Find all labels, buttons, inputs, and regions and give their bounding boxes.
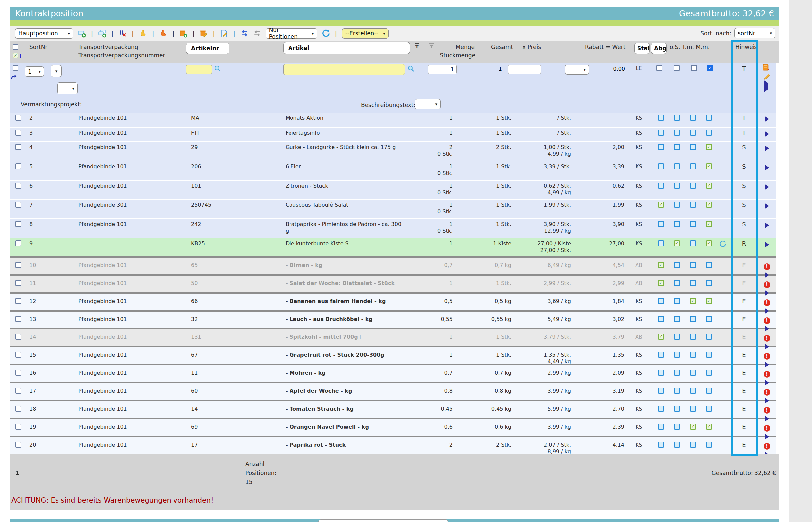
row-select-checkbox[interactable] (15, 262, 21, 268)
expand-arrow-icon[interactable] (765, 242, 769, 248)
flag-checkbox[interactable] (690, 262, 696, 268)
row-select-checkbox[interactable] (15, 424, 21, 429)
flag-checkbox[interactable] (658, 144, 664, 150)
transport-select[interactable]: ▾ (50, 65, 62, 77)
flag-checkbox[interactable] (690, 221, 696, 227)
flag-checkbox[interactable] (658, 130, 664, 136)
flag-checkbox[interactable] (690, 240, 696, 246)
flag-checkbox[interactable] (690, 144, 696, 150)
artikel-search-icon[interactable] (408, 65, 416, 74)
flag-checkbox[interactable]: ✓ (706, 183, 712, 188)
flag-checkbox[interactable]: ✓ (706, 240, 712, 246)
flag-checkbox[interactable] (658, 316, 664, 322)
flag-checkbox[interactable] (674, 202, 680, 208)
flag-checkbox[interactable] (658, 163, 664, 169)
flag-checkbox[interactable] (690, 183, 696, 188)
flag-checkbox[interactable] (706, 370, 712, 376)
expand-arrow-icon[interactable] (765, 222, 769, 228)
swap-gray-icon[interactable] (253, 29, 261, 38)
row-select-checkbox[interactable] (15, 442, 21, 447)
artikelnr-input[interactable] (186, 64, 212, 75)
rabatt-select[interactable]: ▾ (565, 64, 589, 75)
flag-checkbox[interactable] (706, 262, 712, 268)
artikelnr-search-icon[interactable] (214, 65, 222, 74)
flag-checkbox[interactable] (690, 115, 696, 121)
expand-arrow-icon[interactable] (765, 131, 769, 137)
flag-checkbox[interactable] (690, 334, 696, 340)
row-select-checkbox[interactable] (15, 240, 21, 246)
flag-checkbox[interactable]: ✓ (706, 221, 712, 227)
flag-checkbox[interactable] (674, 334, 680, 340)
flag-checkbox[interactable] (658, 352, 664, 358)
add-position-icon[interactable] (78, 29, 86, 38)
flag-checkbox[interactable] (674, 424, 680, 429)
flag-checkbox[interactable]: ✓ (658, 280, 664, 286)
position-type-select[interactable]: Hauptposition▾ (15, 28, 74, 39)
row-select-checkbox[interactable] (15, 130, 21, 136)
flag-checkbox[interactable] (658, 115, 664, 121)
position-filter-select[interactable]: Nur Positionen▾ (266, 28, 317, 39)
row-select-checkbox[interactable] (15, 202, 21, 208)
flag-checkbox[interactable] (690, 388, 696, 394)
row-select-checkbox[interactable] (15, 334, 21, 340)
flag-checkbox[interactable] (706, 115, 712, 121)
flag-checkbox[interactable]: ✓ (658, 334, 664, 340)
row-select-checkbox[interactable] (15, 406, 21, 411)
flag-checkbox[interactable]: ✓ (706, 298, 712, 304)
swap-blue-icon[interactable] (240, 29, 249, 38)
flag-checkbox[interactable] (690, 280, 696, 286)
artikel-input[interactable] (283, 64, 405, 75)
flag-checkbox[interactable] (658, 424, 664, 429)
abg-header-button[interactable]: Abg (651, 43, 667, 54)
flag-checkbox[interactable] (674, 144, 680, 150)
bin-add-icon[interactable] (179, 29, 187, 38)
flag-checkbox[interactable] (658, 406, 664, 411)
sortnr-select[interactable]: 1▾ (25, 66, 44, 77)
flag-checkbox[interactable] (690, 130, 696, 136)
row-select-checkbox[interactable] (15, 163, 21, 169)
create-select[interactable]: --Erstellen--▾ (342, 28, 389, 39)
preis-input[interactable] (508, 64, 541, 75)
note-icon[interactable] (762, 63, 770, 72)
flag-checkbox[interactable] (658, 298, 664, 304)
row-select-checkbox[interactable] (15, 298, 21, 304)
flag-checkbox[interactable] (706, 406, 712, 411)
flag-checkbox[interactable] (706, 334, 712, 340)
select-all-checkbox[interactable] (13, 44, 18, 50)
flag-checkbox[interactable] (658, 221, 664, 227)
row-select-checkbox[interactable] (15, 144, 21, 150)
flag-checkbox-tm[interactable] (691, 65, 697, 71)
redo-arrow-icon[interactable] (11, 73, 19, 81)
row-select-checkbox[interactable] (13, 65, 18, 71)
flag-checkbox[interactable] (690, 352, 696, 358)
flag-checkbox[interactable] (674, 298, 680, 304)
expand-arrow-icon[interactable] (765, 184, 769, 190)
artikel-header-button[interactable]: Artikel (283, 42, 410, 54)
flag-checkbox[interactable]: ✓ (706, 144, 712, 150)
remove-position-icon[interactable] (118, 29, 127, 38)
expand-arrow-icon[interactable] (765, 145, 769, 151)
flag-checkbox[interactable] (658, 183, 664, 188)
sort-select[interactable]: sortNr▾ (734, 28, 775, 38)
flag-checkbox[interactable] (674, 442, 680, 447)
flag-checkbox-mm[interactable]: ✓ (707, 65, 713, 71)
row-select-checkbox[interactable] (15, 352, 21, 358)
flag-checkbox[interactable] (674, 130, 680, 136)
flag-checkbox[interactable] (674, 352, 680, 358)
flag-checkbox[interactable] (674, 406, 680, 411)
flag-checkbox[interactable] (690, 406, 696, 411)
flag-checkbox-os[interactable] (674, 65, 680, 71)
flag-checkbox[interactable] (690, 316, 696, 322)
refresh-icon[interactable] (322, 29, 330, 38)
flag-checkbox[interactable]: ✓ (706, 163, 712, 169)
flag-checkbox-abg[interactable] (657, 65, 662, 71)
flag-checkbox[interactable] (690, 163, 696, 169)
flag-checkbox[interactable]: ✓ (690, 298, 696, 304)
flag-checkbox[interactable] (674, 316, 680, 322)
row-select-checkbox[interactable] (15, 183, 21, 188)
flag-checkbox[interactable] (690, 442, 696, 447)
expand-arrow-icon[interactable] (764, 83, 768, 89)
flag-checkbox[interactable] (706, 352, 712, 358)
flag-checkbox[interactable] (706, 316, 712, 322)
flag-checkbox[interactable] (658, 240, 664, 246)
